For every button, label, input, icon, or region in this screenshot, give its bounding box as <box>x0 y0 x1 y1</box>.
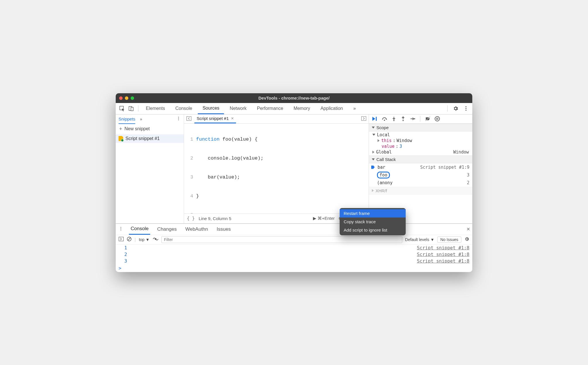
editor-tab-close-icon[interactable]: × <box>231 116 234 121</box>
console-filter-input[interactable] <box>161 236 402 243</box>
console-prompt[interactable]: > <box>116 264 472 272</box>
xhr-section-header[interactable]: XHR/f <box>369 187 472 195</box>
callstack-body: bar Script snippet #1:9 foo 3 (anony 2 <box>369 163 472 187</box>
tabs-overflow[interactable]: » <box>349 103 360 114</box>
drawer-close-icon[interactable]: × <box>467 226 470 232</box>
code-editor[interactable]: 1function foo(value) { 2 console.log(val… <box>184 124 369 213</box>
console-source-link[interactable]: Script snippet #1:8 <box>417 245 469 251</box>
editor-tab[interactable]: Script snippet #1 × <box>194 114 236 123</box>
drawer-tab-console[interactable]: Console <box>129 224 150 235</box>
main-tabbar: Elements Console Sources Network Perform… <box>116 103 472 114</box>
ctx-add-ignore-list[interactable]: Add script to ignore list <box>340 226 406 234</box>
console-row[interactable]: 2Script snippet #1:8 <box>116 251 472 258</box>
step-out-icon[interactable] <box>401 116 406 121</box>
stack-frame-foo[interactable]: foo 3 <box>369 171 472 179</box>
stack-frame-bar[interactable]: bar Script snippet #1:9 <box>369 164 472 171</box>
svg-line-26 <box>128 238 131 240</box>
live-expression-icon[interactable] <box>153 237 158 242</box>
inspect-element-icon[interactable] <box>118 104 126 112</box>
console-row[interactable]: 3Script snippet #1:8 <box>116 258 472 264</box>
navigator-tabs: Snippets » <box>116 114 184 124</box>
console-context-select[interactable]: top ▼ <box>139 237 150 242</box>
titlebar: DevTools - chrome://new-tab-page/ <box>116 93 472 103</box>
svg-point-8 <box>178 120 179 121</box>
step-into-icon[interactable] <box>391 116 396 121</box>
console-toolbar: | top ▼ Default levels ▼ No Issues <box>116 235 472 244</box>
more-icon[interactable] <box>462 104 470 112</box>
snippet-file-icon <box>119 136 123 141</box>
navigator-tab-snippets[interactable]: Snippets <box>119 117 135 124</box>
drawer-tab-webauthn[interactable]: WebAuthn <box>183 224 210 235</box>
pause-exceptions-icon[interactable] <box>435 116 440 121</box>
pretty-print-icon[interactable]: { } <box>187 216 195 221</box>
tab-application[interactable]: Application <box>316 103 347 114</box>
console-sidebar-toggle-icon[interactable] <box>119 237 124 242</box>
svg-rect-10 <box>361 117 366 121</box>
devtools-window: DevTools - chrome://new-tab-page/ Elemen… <box>116 93 472 272</box>
snippet-item[interactable]: Script snippet #1 <box>116 134 184 143</box>
tab-performance[interactable]: Performance <box>252 103 288 114</box>
tab-network[interactable]: Network <box>225 103 251 114</box>
step-icon[interactable] <box>410 116 415 121</box>
svg-point-3 <box>465 106 467 107</box>
console-source-link[interactable]: Script snippet #1:8 <box>417 258 469 264</box>
svg-point-15 <box>414 118 415 119</box>
ctx-copy-stack-trace[interactable]: Copy stack trace <box>340 218 406 226</box>
ctx-restart-frame[interactable]: Restart frame <box>340 209 406 218</box>
context-menu: Restart frame Copy stack trace Add scrip… <box>340 208 406 235</box>
deactivate-breakpoints-icon[interactable] <box>425 116 431 121</box>
settings-icon[interactable] <box>452 104 460 112</box>
debugger-toolbar <box>369 114 472 124</box>
scope-this[interactable]: this: Window <box>369 138 472 143</box>
drawer-more-icon[interactable] <box>118 226 124 232</box>
device-toolbar-icon[interactable] <box>127 104 135 112</box>
svg-rect-11 <box>376 117 377 121</box>
run-hint[interactable]: ▶ ⌘+Enter <box>313 216 335 221</box>
callstack-section-header[interactable]: Call Stack <box>369 156 472 163</box>
console-levels-select[interactable]: Default levels ▼ <box>405 237 434 242</box>
svg-point-4 <box>465 108 467 109</box>
svg-point-7 <box>178 118 179 119</box>
stack-frame-anonymous[interactable]: (anony 2 <box>369 179 472 186</box>
svg-point-5 <box>465 110 467 111</box>
scope-local[interactable]: Local <box>369 132 472 138</box>
svg-point-23 <box>121 230 121 231</box>
step-over-icon[interactable] <box>382 116 387 121</box>
drawer-tabs: Console Changes WebAuthn Issues × <box>116 224 472 235</box>
svg-point-18 <box>435 117 440 121</box>
drawer-tab-issues[interactable]: Issues <box>215 224 233 235</box>
editor-pane: Script snippet #1 × 1function foo(value)… <box>184 114 369 223</box>
svg-point-6 <box>178 117 179 118</box>
tab-elements[interactable]: Elements <box>141 103 170 114</box>
console-source-link[interactable]: Script snippet #1:8 <box>417 252 469 257</box>
console-settings-icon[interactable] <box>464 236 469 242</box>
navigator-more-icon[interactable] <box>176 116 181 122</box>
hide-navigator-icon[interactable] <box>186 116 192 122</box>
scope-value[interactable]: value: 3 <box>369 143 472 149</box>
scope-global[interactable]: GlobalWindow <box>369 149 472 155</box>
navigator-overflow[interactable]: » <box>140 117 142 121</box>
no-issues-button[interactable]: No Issues <box>437 236 461 243</box>
hide-debugger-icon[interactable] <box>361 116 367 122</box>
tab-console[interactable]: Console <box>171 103 197 114</box>
svg-point-12 <box>384 120 385 121</box>
snippet-item-label: Script snippet #1 <box>125 136 160 141</box>
svg-point-27 <box>155 238 156 240</box>
debugger-pane: Scope Local this: Window value: 3 Global… <box>369 114 472 223</box>
drawer-tab-changes[interactable]: Changes <box>155 224 178 235</box>
navigator-pane: Snippets » + New snippet Script snippet … <box>116 114 184 223</box>
svg-point-14 <box>403 120 404 121</box>
cursor-position: Line 9, Column 5 <box>199 216 231 221</box>
tab-memory[interactable]: Memory <box>289 103 315 114</box>
svg-point-21 <box>121 227 121 228</box>
svg-rect-19 <box>436 118 437 120</box>
scope-section-header[interactable]: Scope <box>369 124 472 131</box>
editor-tab-label: Script snippet #1 <box>197 116 229 121</box>
tab-sources[interactable]: Sources <box>198 103 224 114</box>
new-snippet-button[interactable]: + New snippet <box>116 124 184 134</box>
svg-rect-20 <box>438 118 438 120</box>
console-row[interactable]: 1Script snippet #1:8 <box>116 244 472 251</box>
resume-icon[interactable] <box>372 116 378 121</box>
clear-console-icon[interactable] <box>127 236 132 242</box>
sources-main: Snippets » + New snippet Script snippet … <box>116 114 472 224</box>
